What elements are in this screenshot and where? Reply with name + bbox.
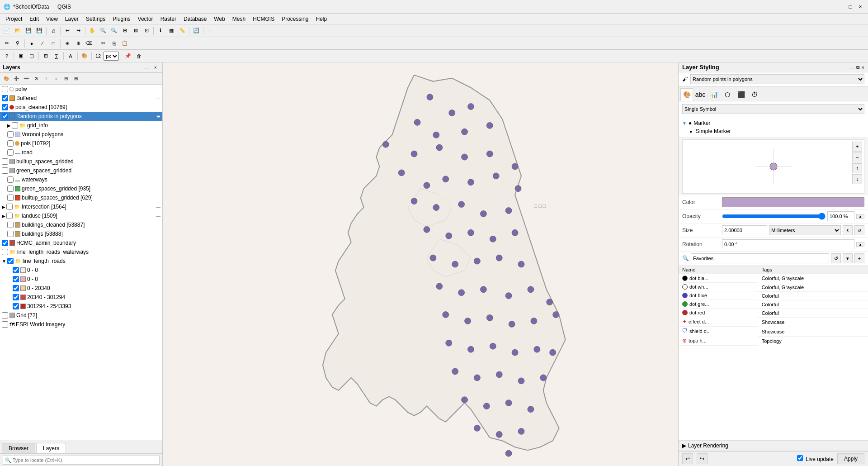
symbol-row[interactable]: dot blueColorful <box>679 291 868 300</box>
style-manager-button[interactable]: 🎨 <box>80 51 90 61</box>
expand-arrow[interactable]: ▶ <box>2 204 5 209</box>
styling-detach-button[interactable]: ⧉ <box>856 65 860 71</box>
minimize-button[interactable]: — <box>836 3 844 11</box>
menu-database[interactable]: Database <box>180 15 210 23</box>
layer-checkbox[interactable] <box>2 312 8 319</box>
tab-label-icon[interactable]: abc <box>694 88 707 101</box>
add-polygon-button[interactable]: □ <box>48 38 58 48</box>
size-expr-button[interactable]: ε <box>843 225 853 235</box>
symbol-row[interactable]: dot wh...Colorful, Grayscale <box>679 283 868 291</box>
copy-features-button[interactable]: ⎘ <box>109 38 119 48</box>
symbol-type-select[interactable]: Single Symbol <box>682 104 864 114</box>
layer-item[interactable]: 🗺 ESRI World Imagery <box>0 320 162 329</box>
layer-item[interactable]: 0 - 0 <box>0 266 162 275</box>
layer-item[interactable]: pofw <box>0 85 162 94</box>
label-button[interactable]: A <box>66 51 75 61</box>
layer-checkbox[interactable] <box>7 222 14 228</box>
layer-item[interactable]: buildings_cleaned [53887] <box>0 220 162 229</box>
layer-item[interactable]: 301294 - 2543393 <box>0 302 162 311</box>
save-button[interactable]: 💾 <box>24 26 33 36</box>
remove-layer-button[interactable]: ➖ <box>22 74 31 83</box>
menu-hcmgis[interactable]: HCMGIS <box>249 15 278 23</box>
cut-features-button[interactable]: ✂ <box>98 38 108 48</box>
layer-checkbox[interactable] <box>7 195 14 201</box>
deselect-button[interactable]: ▢ <box>27 51 37 61</box>
zoom-full-button[interactable]: ⊞ <box>120 26 130 36</box>
layer-checkbox[interactable] <box>13 267 19 273</box>
layer-item[interactable]: 20340 - 301294 <box>0 293 162 302</box>
tab-3d-icon[interactable]: ⬛ <box>735 88 747 101</box>
search-input[interactable] <box>3 456 160 465</box>
print-button[interactable]: 🖨 <box>48 26 58 36</box>
symbol-row[interactable]: ⛉shield d...Showcase <box>679 327 868 336</box>
zoom-selection-button[interactable]: ⊠ <box>131 26 141 36</box>
layer-checkbox[interactable] <box>2 113 8 119</box>
expand-arrow[interactable]: ▼ <box>2 259 6 264</box>
pan-button[interactable]: ✋ <box>87 26 97 36</box>
layer-item[interactable]: HCMC_admin_boundary <box>0 238 162 247</box>
layer-checkbox[interactable] <box>7 131 14 138</box>
menu-project[interactable]: Project <box>2 15 26 23</box>
tab-browser[interactable]: Browser <box>2 443 35 453</box>
library-add-button[interactable]: + <box>854 253 864 263</box>
help-button[interactable]: ? <box>2 51 12 61</box>
layer-checkbox[interactable] <box>6 204 13 210</box>
size-unit-select[interactable]: Millimeters <box>769 225 841 235</box>
opacity-input[interactable] <box>827 211 854 221</box>
open-layer-button[interactable]: 🎨 <box>2 74 11 83</box>
layer-checkbox[interactable] <box>2 95 8 101</box>
layer-checkbox[interactable] <box>13 303 19 309</box>
expand-all-button[interactable]: ⊞ <box>71 74 80 83</box>
menu-raster[interactable]: Raster <box>157 15 180 23</box>
menu-settings[interactable]: Settings <box>82 15 109 23</box>
select-button[interactable]: ▦ <box>166 26 176 36</box>
styling-minimize-button[interactable]: — <box>849 65 854 70</box>
layer-item[interactable]: ▶ 📁 grid_info <box>0 121 162 130</box>
open-button[interactable]: 📂 <box>13 26 23 36</box>
live-update-checkbox[interactable] <box>797 455 803 461</box>
zoom-layer-button[interactable]: ⊡ <box>142 26 151 36</box>
layer-checkbox[interactable] <box>7 231 14 237</box>
expand-arrow[interactable]: ▶ <box>2 214 5 219</box>
layer-checkbox[interactable] <box>7 149 14 156</box>
new-project-button[interactable]: 📄 <box>2 26 12 36</box>
opacity-slider[interactable] <box>722 214 826 219</box>
layer-item[interactable]: road <box>0 148 162 157</box>
tab-mask-icon[interactable]: ⬡ <box>721 88 734 101</box>
layer-item[interactable]: ▼ 📁 line_length_roads <box>0 257 162 266</box>
layer-checkbox[interactable] <box>13 276 19 282</box>
style-down-button[interactable]: ↓ <box>852 174 862 184</box>
color-picker-button[interactable] <box>722 197 864 207</box>
layer-item-selected[interactable]: Random points in polygons ☰ <box>0 112 162 121</box>
layer-item[interactable]: Buffered — <box>0 94 162 103</box>
add-line-button[interactable]: ∕ <box>38 38 47 48</box>
symbol-row[interactable]: dot bla...Colorful, Grayscale <box>679 274 868 283</box>
measure-button[interactable]: 📏 <box>177 26 187 36</box>
menu-web[interactable]: Web <box>210 15 228 23</box>
symbol-row[interactable]: dot redColorful <box>679 309 868 317</box>
layer-item[interactable]: 0 - 20340 <box>0 284 162 293</box>
collapse-all-button[interactable]: ⊟ <box>61 74 71 83</box>
maximize-button[interactable]: □ <box>846 3 854 11</box>
layer-checkbox[interactable] <box>7 185 14 192</box>
more-tools-button[interactable]: ⋯ <box>205 26 215 36</box>
rotation-input[interactable] <box>722 239 854 249</box>
font-size-select[interactable]: px <box>104 52 119 61</box>
map-canvas[interactable]: □ □ □ <box>163 62 678 466</box>
layer-checkbox[interactable] <box>2 158 8 165</box>
tree-expand[interactable]: ▼ <box>682 121 687 126</box>
tab-history-icon[interactable]: ⏱ <box>748 88 761 101</box>
layer-select[interactable]: Random points in polygons <box>690 74 864 84</box>
layer-item[interactable]: Voronoi polygons — <box>0 130 162 139</box>
undo-style-button[interactable]: ↩ <box>682 453 693 464</box>
layer-checkbox[interactable] <box>7 176 14 183</box>
layer-checkbox[interactable] <box>2 86 8 92</box>
menu-vector[interactable]: Vector <box>134 15 157 23</box>
add-layer-style-button[interactable]: + <box>852 142 862 152</box>
opacity-up-button[interactable]: ▲ <box>856 214 864 219</box>
add-point-button[interactable]: ● <box>27 38 37 48</box>
layer-item[interactable]: builtup_spaces_gridded [629] <box>0 193 162 202</box>
layers-minimize-button[interactable]: — <box>142 63 151 71</box>
size-input[interactable] <box>722 225 767 235</box>
menu-help[interactable]: Help <box>312 15 331 23</box>
